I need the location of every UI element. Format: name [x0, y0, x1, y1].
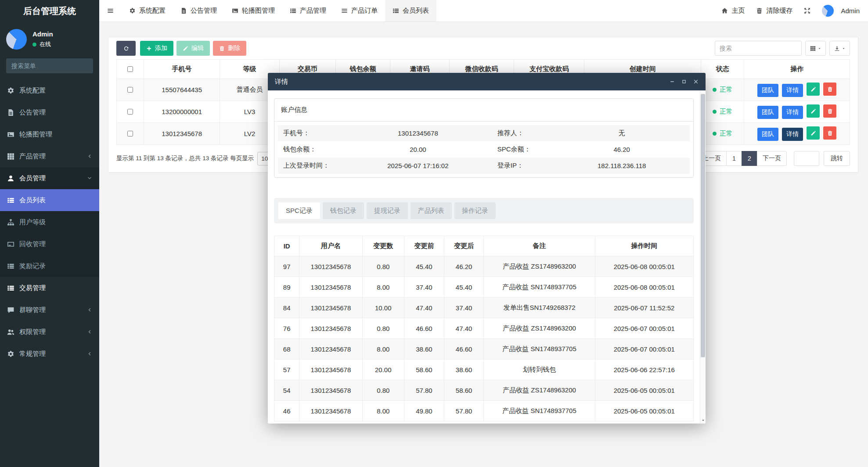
- edit-row-button[interactable]: [807, 104, 820, 118]
- export-button[interactable]: [829, 41, 850, 56]
- list-icon: [7, 262, 14, 270]
- delete-button[interactable]: 删除: [213, 41, 246, 56]
- pencil-icon: [183, 46, 188, 51]
- sidebar-item-announcement[interactable]: 公告管理: [0, 101, 99, 123]
- delete-row-button[interactable]: [823, 126, 836, 140]
- trash-icon: [827, 108, 833, 114]
- tab-member-list[interactable]: 会员列表: [385, 0, 436, 22]
- online-status: 在线: [32, 40, 53, 48]
- detail-button[interactable]: 详情: [782, 84, 803, 97]
- scroll-down-arrow-icon[interactable]: [700, 418, 706, 422]
- record-row: 571301234567820.0058.6038.60划转到钱包2025-06…: [274, 359, 694, 380]
- trash-icon: [827, 86, 833, 92]
- tab-withdraw-records[interactable]: 提现记录: [367, 202, 408, 219]
- sidebar-item-member-list[interactable]: 会员列表: [0, 189, 99, 211]
- tab-product[interactable]: 产品管理: [282, 0, 334, 22]
- delete-row-button[interactable]: [823, 83, 836, 96]
- avatar: [6, 29, 27, 50]
- sidebar-item-reward-log[interactable]: 奖励记录: [0, 255, 99, 277]
- sitemap-icon: [7, 219, 14, 226]
- sidebar-item-member[interactable]: 会员管理: [0, 167, 99, 189]
- page-1-button[interactable]: 1: [726, 151, 742, 166]
- sidebar-item-product[interactable]: 产品管理: [0, 145, 99, 167]
- fullscreen-button[interactable]: [798, 7, 816, 14]
- home-link[interactable]: 主页: [716, 7, 750, 15]
- columns-button[interactable]: [805, 41, 826, 56]
- status-dot-icon: [713, 88, 717, 92]
- edit-row-button[interactable]: [807, 126, 820, 140]
- tab-operation-records[interactable]: 操作记录: [454, 202, 496, 219]
- delete-row-button[interactable]: [823, 104, 836, 118]
- maximize-icon[interactable]: [681, 79, 687, 84]
- next-page-button[interactable]: 下一页: [757, 151, 787, 166]
- menu-label: 产品管理: [19, 152, 46, 161]
- team-button[interactable]: 团队: [757, 84, 778, 97]
- ip-value: 182.118.236.118: [554, 162, 690, 169]
- comment-icon: [7, 306, 14, 314]
- row-checkbox[interactable]: [127, 87, 133, 93]
- pencil-icon: [810, 130, 816, 136]
- tab-spc-records[interactable]: SPC记录: [278, 202, 320, 219]
- image-icon: [7, 131, 14, 138]
- add-label: 添加: [155, 44, 167, 52]
- close-icon[interactable]: [693, 79, 699, 84]
- tab-wallet-records[interactable]: 钱包记录: [323, 202, 364, 219]
- detail-button[interactable]: 详情: [782, 106, 803, 119]
- col-after: 变更后: [444, 236, 484, 256]
- tab-product-order[interactable]: 产品订单: [334, 0, 385, 22]
- user-menu[interactable]: Admin: [816, 5, 865, 17]
- detail-button[interactable]: 详情: [782, 128, 803, 141]
- sidebar-item-recycle[interactable]: 回收管理: [0, 233, 99, 255]
- select-all-checkbox[interactable]: [127, 66, 133, 72]
- edit-button[interactable]: 编辑: [176, 41, 210, 56]
- menu-label: 回收管理: [19, 240, 46, 248]
- scrollbar-thumb[interactable]: [701, 94, 705, 357]
- menu-search-input[interactable]: [6, 58, 93, 73]
- table-search-input[interactable]: [715, 41, 802, 56]
- team-button[interactable]: 团队: [757, 106, 778, 119]
- sidebar-toggle[interactable]: [99, 0, 122, 22]
- list-icon: [7, 284, 14, 292]
- jump-button[interactable]: 跳转: [824, 151, 850, 166]
- minimize-icon[interactable]: [670, 79, 675, 84]
- cell-phone: 13200000001: [144, 101, 220, 123]
- home-icon: [721, 7, 728, 14]
- username: Admin: [841, 7, 860, 14]
- tab-label: 会员列表: [403, 7, 429, 15]
- row-checkbox[interactable]: [127, 131, 133, 137]
- tab-label: 产品订单: [351, 7, 378, 15]
- record-row: 76130123456780.8046.6047.40产品收益 ZS174896…: [274, 318, 694, 339]
- add-button[interactable]: 添加: [140, 41, 173, 56]
- modal-scrollbar: [700, 90, 706, 424]
- sidebar-item-user-level[interactable]: 用户等级: [0, 211, 99, 233]
- refresh-button[interactable]: [116, 41, 136, 56]
- sidebar-menu: 系统配置 公告管理 轮播图管理 产品管理 会员管理 会员列表 用户等级 回收管理…: [0, 79, 99, 365]
- select-all-cell: [117, 60, 144, 79]
- spc-value: 46.20: [554, 146, 690, 153]
- sidebar-item-group-chat[interactable]: 群聊管理: [0, 299, 99, 321]
- modal-body: 账户信息 手机号： 13012345678 推荐人： 无 钱包余额： 20.00…: [268, 90, 706, 421]
- clear-cache-link[interactable]: 清除缓存: [750, 7, 798, 15]
- tab-announcement[interactable]: 公告管理: [173, 0, 224, 22]
- sidebar-item-permission[interactable]: 权限管理: [0, 321, 99, 343]
- pencil-icon: [810, 108, 816, 114]
- caret-down-icon: [818, 47, 821, 50]
- modal-title: 详情: [275, 78, 288, 86]
- sidebar-item-general[interactable]: 常规管理: [0, 343, 99, 365]
- sidebar-item-system-config[interactable]: 系统配置: [0, 79, 99, 101]
- tab-system-config[interactable]: 系统配置: [122, 0, 173, 22]
- cell-phone: 13012345678: [144, 123, 220, 145]
- team-button[interactable]: 团队: [757, 128, 778, 141]
- tab-product-list[interactable]: 产品列表: [411, 202, 452, 219]
- edit-row-button[interactable]: [807, 83, 820, 96]
- list-icon: [7, 197, 14, 204]
- list-icon: [290, 7, 296, 14]
- table-toolbar: 添加 编辑 删除: [116, 41, 850, 56]
- page-2-button[interactable]: 2: [742, 151, 757, 166]
- record-row: 54130123456780.8057.8058.60产品收益 ZS174896…: [274, 380, 694, 401]
- sidebar-item-trade[interactable]: 交易管理: [0, 277, 99, 299]
- jump-page-input[interactable]: [794, 151, 819, 166]
- tab-banner[interactable]: 轮播图管理: [224, 0, 282, 22]
- row-checkbox[interactable]: [127, 109, 133, 115]
- sidebar-item-banner[interactable]: 轮播图管理: [0, 123, 99, 145]
